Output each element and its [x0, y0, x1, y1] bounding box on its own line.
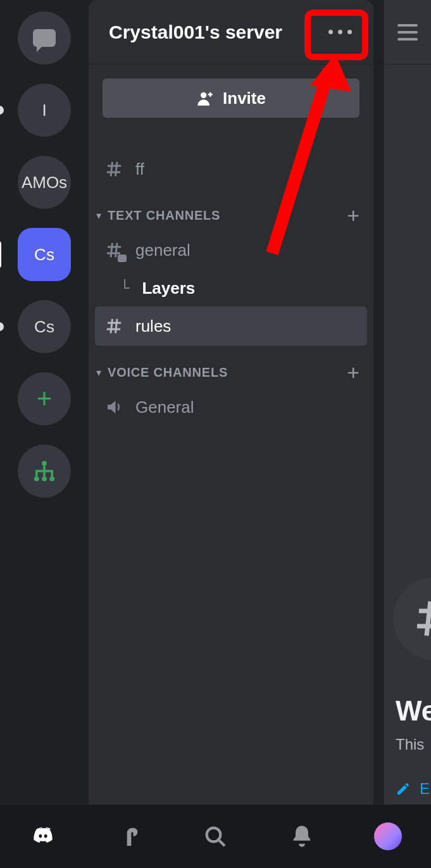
chevron-down-icon: ▾ [96, 210, 101, 222]
content-header [384, 0, 431, 65]
unread-pip-icon [0, 106, 4, 115]
hamburger-menu-button[interactable] [397, 24, 418, 41]
channel-name: General [135, 398, 194, 417]
dots-icon [328, 30, 333, 34]
invite-label: Invite [223, 89, 266, 108]
speaker-icon [104, 398, 124, 417]
main-content-peek[interactable]: We This E [384, 0, 431, 805]
add-server-button[interactable]: + [18, 372, 71, 425]
pencil-icon [396, 781, 411, 796]
channel-hero-hash-icon [393, 577, 431, 660]
server-label: AMOs [22, 173, 67, 192]
add-channel-button[interactable]: + [347, 360, 359, 385]
svg-point-4 [201, 92, 206, 98]
server-more-button[interactable] [320, 17, 359, 47]
hub-tree-icon [31, 458, 58, 484]
channel-rules[interactable]: rules [95, 306, 367, 346]
channel-name: rules [135, 317, 171, 336]
content-body: We This E [384, 65, 431, 805]
unread-pip-icon [0, 322, 4, 331]
svg-point-1 [34, 476, 39, 481]
search-icon [203, 824, 228, 849]
svg-point-3 [49, 476, 54, 481]
server-rail: I AMOs Cs Cs + [0, 0, 89, 805]
friends-icon [116, 824, 142, 849]
avatar [374, 822, 402, 850]
server-item-I[interactable]: I [18, 84, 71, 137]
speech-bubble-icon [33, 29, 56, 47]
add-channel-button[interactable]: + [347, 203, 359, 228]
discord-mobile-app: I AMOs Cs Cs + Crysta [0, 0, 431, 868]
edit-label: E [420, 780, 430, 798]
server-header[interactable]: Crystal001's server [89, 0, 373, 65]
dots-icon [338, 30, 342, 34]
bell-icon [289, 824, 315, 849]
invite-user-icon [196, 89, 214, 107]
discord-logo-icon [30, 824, 56, 849]
category-label: TEXT CHANNELS [108, 208, 340, 223]
welcome-subtext: This [396, 736, 424, 753]
nav-profile-button[interactable] [369, 817, 407, 855]
thread-elbow-icon: └ [120, 279, 129, 297]
svg-point-2 [42, 476, 47, 481]
bottom-nav [0, 805, 431, 868]
channel-name: general [135, 241, 191, 260]
category-text-channels[interactable]: ▾ TEXT CHANNELS + [95, 200, 367, 230]
channel-panel: Crystal001's server Invite ff [89, 0, 373, 805]
direct-messages-button[interactable] [18, 11, 71, 65]
nav-search-button[interactable] [196, 817, 234, 855]
hash-icon [104, 160, 124, 179]
server-item-Cs-active[interactable]: Cs [18, 228, 71, 281]
selected-pip-icon [0, 241, 1, 268]
server-item-Cs-2[interactable]: Cs [18, 300, 71, 353]
server-title: Crystal001's server [109, 22, 320, 43]
channel-name: ff [135, 160, 144, 179]
nav-home-button[interactable] [24, 817, 62, 855]
server-label: I [42, 101, 46, 120]
svg-point-5 [207, 828, 221, 842]
voice-channel-general[interactable]: General [95, 387, 367, 427]
nav-notifications-button[interactable] [283, 817, 321, 855]
edit-channel-link[interactable]: E [396, 780, 430, 798]
thread-name: Layers [142, 279, 195, 298]
nav-friends-button[interactable] [110, 817, 148, 855]
hash-thread-icon [104, 241, 124, 260]
category-label: VOICE CHANNELS [108, 365, 340, 380]
chevron-down-icon: ▾ [96, 367, 101, 379]
channel-general[interactable]: general [95, 230, 367, 270]
category-voice-channels[interactable]: ▾ VOICE CHANNELS + [95, 357, 367, 387]
server-item-AMOs[interactable]: AMOs [18, 156, 71, 209]
invite-button[interactable]: Invite [103, 79, 359, 118]
channel-list[interactable]: ff ▾ TEXT CHANNELS + general └ Layers [89, 118, 373, 805]
welcome-heading: We [396, 695, 431, 727]
channel-ff[interactable]: ff [95, 149, 367, 189]
plus-icon: + [37, 384, 53, 414]
svg-point-0 [42, 461, 47, 466]
thread-layers[interactable]: └ Layers [95, 270, 367, 306]
server-label: Cs [34, 317, 54, 337]
server-label: Cs [34, 245, 54, 265]
dots-icon [347, 30, 352, 34]
student-hub-button[interactable] [18, 444, 71, 498]
hash-icon [104, 317, 124, 336]
